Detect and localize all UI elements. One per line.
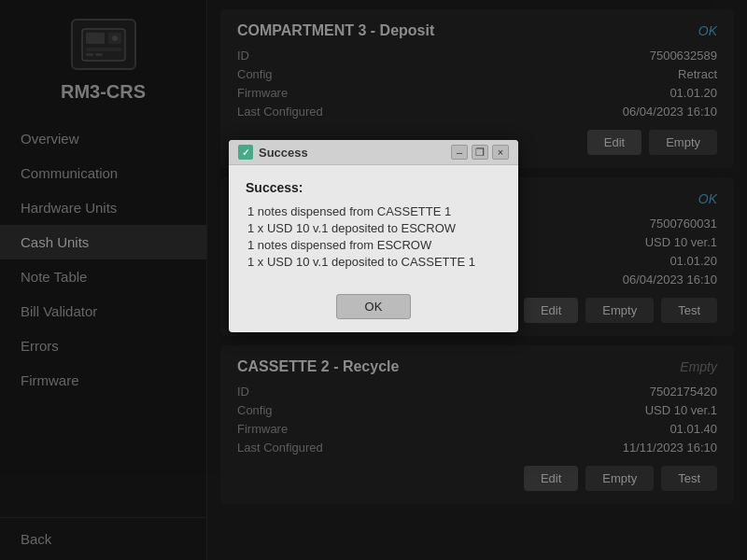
modal-ok-button[interactable]: OK — [336, 294, 412, 319]
modal-title-icon: ✓ — [238, 145, 253, 160]
modal-body: Success: 1 notes dispensed from CASSETTE… — [229, 165, 518, 288]
modal-footer: OK — [229, 288, 518, 332]
modal-messages: 1 notes dispensed from CASSETTE 11 x USD… — [246, 204, 501, 269]
modal-restore-button[interactable]: ❐ — [472, 145, 488, 160]
modal-title: Success — [259, 146, 445, 160]
modal-controls: – ❐ × — [451, 145, 509, 160]
modal-overlay: ✓ Success – ❐ × Success: 1 notes dispens… — [0, 0, 747, 560]
modal-message-line: 1 x USD 10 v.1 deposited to ESCROW — [246, 221, 501, 235]
modal-titlebar: ✓ Success – ❐ × — [229, 140, 518, 165]
modal-close-button[interactable]: × — [492, 145, 509, 160]
modal-success-label: Success: — [246, 180, 501, 195]
modal-message-line: 1 notes dispensed from CASSETTE 1 — [246, 204, 501, 218]
modal-message-line: 1 notes dispensed from ESCROW — [246, 238, 501, 252]
modal-message-line: 1 x USD 10 v.1 deposited to CASSETTE 1 — [246, 255, 501, 269]
success-modal: ✓ Success – ❐ × Success: 1 notes dispens… — [229, 140, 518, 332]
modal-minimize-button[interactable]: – — [451, 145, 468, 160]
